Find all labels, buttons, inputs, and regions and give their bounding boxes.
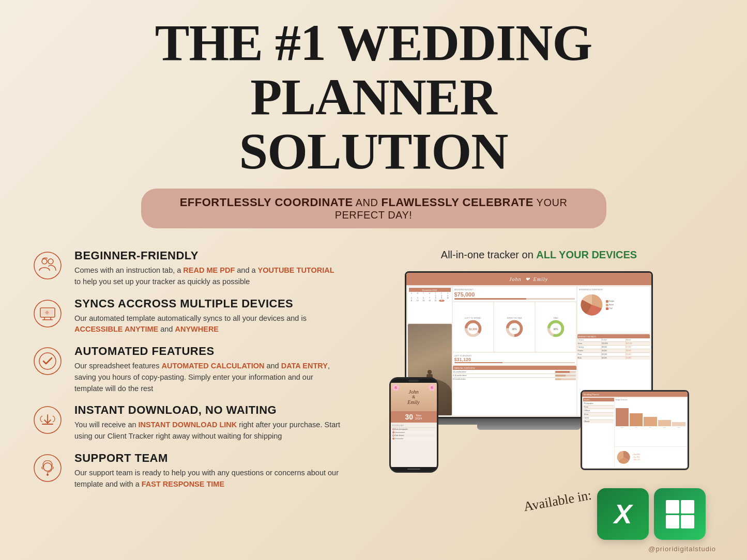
tablet-device: Wedding Planner Vendors Photographer xyxy=(581,390,689,470)
feature-syncs-desc: Our automated template automatically syn… xyxy=(74,313,341,336)
feature-download-desc: You will receive an INSTANT DOWNLOAD LIN… xyxy=(74,419,341,442)
monitor-icon xyxy=(31,297,64,330)
people-icon xyxy=(31,249,64,282)
subtitle-part1: EFFORTLESSLY COORDINATE xyxy=(180,196,353,209)
svg-point-7 xyxy=(39,353,56,369)
svg-point-9 xyxy=(34,455,61,481)
svg-point-0 xyxy=(34,252,61,279)
accessible-anytime: ACCESSIBLE ANYTIME xyxy=(74,325,158,333)
sheets-cell-4 xyxy=(681,515,694,528)
subtitle-part2: AND xyxy=(353,197,382,208)
title-line2: SOLUTION xyxy=(31,124,716,178)
available-text-wrapper: Available in: X xyxy=(523,488,706,540)
main-title: THE #1 WEDDING PLANNER SOLUTION xyxy=(31,15,716,178)
feature-support-title: SUPPORT TEAM xyxy=(74,452,341,465)
device-mockup: John ❤ Emily November 2024 xyxy=(389,271,689,478)
svg-text:96%: 96% xyxy=(554,328,558,330)
automated-calc: AUTOMATED CALCULATION xyxy=(161,362,264,370)
available-section: Available in: X xyxy=(362,488,716,540)
features-column: BEGINNER-FRIENDLY Comes with an instruct… xyxy=(31,249,341,540)
sheets-cell-3 xyxy=(666,515,679,528)
feature-beginner-title: BEGINNER-FRIENDLY xyxy=(74,249,341,262)
excel-icon: X xyxy=(597,488,649,540)
anywhere: ANYWHERE xyxy=(175,325,219,333)
excel-letter: X xyxy=(614,499,632,530)
devices-title-highlight: ALL YOUR DEVICES xyxy=(536,249,637,260)
checkmark-icon xyxy=(31,345,64,378)
svg-point-2 xyxy=(48,259,53,264)
feature-automated-text: AUTOMATED FEATURES Our spreadsheet featu… xyxy=(74,345,341,394)
svg-point-6 xyxy=(34,348,61,375)
sheets-cell-2 xyxy=(681,500,694,514)
sheets-cell-1 xyxy=(666,500,679,514)
sheets-grid-icon xyxy=(666,500,694,528)
svg-text:96%: 96% xyxy=(512,328,516,330)
svg-text:$2,900: $2,900 xyxy=(468,327,477,330)
feature-automated: AUTOMATED FEATURES Our spreadsheet featu… xyxy=(31,345,341,394)
read-me-pdf-link: READ ME PDF xyxy=(183,266,235,274)
feature-beginner-friendly: BEGINNER-FRIENDLY Comes with an instruct… xyxy=(31,249,341,288)
footer-handle: @prioridigitalstudio xyxy=(648,545,716,553)
devices-title: All-in-one tracker on ALL YOUR DEVICES xyxy=(441,249,637,261)
subtitle-banner: EFFORTLESSLY COORDINATE AND FLAWLESSLY C… xyxy=(141,189,606,228)
feature-automated-desc: Our spreadsheet features AUTOMATED CALCU… xyxy=(74,361,341,394)
subtitle-part3: FLAWLESSLY CELEBRATE xyxy=(381,196,533,209)
google-sheets-icon xyxy=(654,488,706,540)
right-column: All-in-one tracker on ALL YOUR DEVICES J… xyxy=(362,249,716,540)
available-label: Available in: xyxy=(522,488,592,515)
feature-support: SUPPORT TEAM Our support team is ready t… xyxy=(31,452,341,490)
feature-download-title: INSTANT DOWNLOAD, NO WAITING xyxy=(74,403,341,417)
data-entry: DATA ENTRY xyxy=(281,362,328,370)
feature-beginner-text: BEGINNER-FRIENDLY Comes with an instruct… xyxy=(74,249,341,288)
svg-point-10 xyxy=(43,463,52,471)
feature-syncs-devices: SYNCS ACCROSS MULTIPLE DEVICES Our autom… xyxy=(31,297,341,336)
feature-support-desc: Our support team is ready to help you wi… xyxy=(74,468,341,490)
footer: @prioridigitalstudio xyxy=(31,545,716,553)
youtube-tutorial-link: YOUTUBE TUTORIAL xyxy=(258,266,334,274)
devices-title-part1: All-in-one tracker on xyxy=(441,249,537,260)
phone-device: 🌸 🌸 John & Emily 30 Nov xyxy=(389,377,438,473)
fast-response-time: FAST RESPONSE TIME xyxy=(142,480,224,488)
content-row: BEGINNER-FRIENDLY Comes with an instruct… xyxy=(31,249,716,540)
svg-point-11 xyxy=(47,474,49,476)
instant-download-link: INSTANT DOWNLOAD LINK xyxy=(139,421,237,429)
download-icon xyxy=(31,403,64,437)
feature-beginner-desc: Comes with an instruction tab, a READ ME… xyxy=(74,265,341,288)
title-line1: THE #1 WEDDING PLANNER xyxy=(31,15,716,124)
svg-point-1 xyxy=(42,259,47,264)
feature-syncs-text: SYNCS ACCROSS MULTIPLE DEVICES Our autom… xyxy=(74,297,341,336)
feature-download-text: INSTANT DOWNLOAD, NO WAITING You will re… xyxy=(74,403,341,442)
feature-instant-download: INSTANT DOWNLOAD, NO WAITING You will re… xyxy=(31,403,341,442)
support-icon xyxy=(31,452,64,485)
feature-syncs-title: SYNCS ACCROSS MULTIPLE DEVICES xyxy=(74,297,341,310)
page-container: THE #1 WEDDING PLANNER SOLUTION EFFORTLE… xyxy=(0,0,747,560)
feature-automated-title: AUTOMATED FEATURES xyxy=(74,345,341,358)
feature-support-text: SUPPORT TEAM Our support team is ready t… xyxy=(74,452,341,490)
